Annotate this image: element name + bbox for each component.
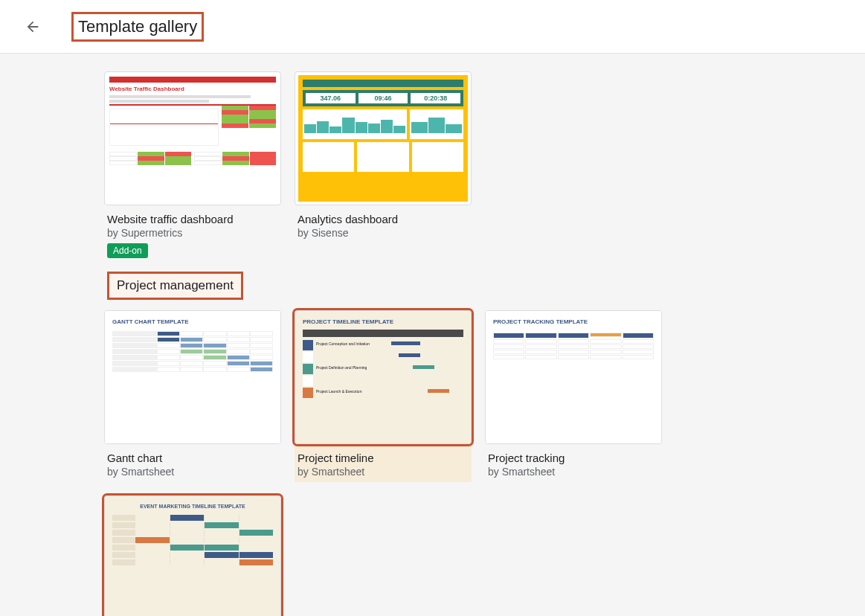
template-title: Gantt chart (104, 452, 281, 464)
page-title: Template gallery (71, 12, 204, 42)
template-row-dashboards: Website Traffic Dashboard (104, 71, 761, 258)
content-area: Website Traffic Dashboard (0, 54, 865, 616)
arrow-left-icon (25, 19, 41, 35)
template-row-project-management: GANTT CHART TEMPLATE Gantt chart by Smar… (104, 310, 761, 616)
back-button[interactable] (18, 12, 48, 42)
template-card-analytics-dashboard[interactable]: 347.06 09:46 0:20:38 (295, 71, 472, 258)
template-card-project-tracking[interactable]: PROJECT TRACKING TEMPLATE Project tracki… (485, 310, 662, 482)
template-card-gantt-chart[interactable]: GANTT CHART TEMPLATE Gantt chart by Smar… (104, 310, 281, 482)
template-byline: by Smartsheet (485, 466, 662, 478)
template-byline: by Smartsheet (104, 466, 281, 478)
template-title: Website traffic dashboard (104, 213, 281, 225)
template-title: Project timeline (295, 452, 472, 464)
template-thumbnail: PROJECT TIMELINE TEMPLATE Project Concep… (295, 310, 472, 444)
template-thumbnail: 347.06 09:46 0:20:38 (295, 71, 472, 205)
template-thumbnail: Website Traffic Dashboard (104, 71, 281, 205)
template-card-event-marketing-timeline[interactable]: EVENT MARKETING TIMELINE TEMPLATE Event … (104, 495, 281, 616)
header: Template gallery (0, 0, 865, 54)
template-byline: by Sisense (295, 227, 472, 239)
section-heading-project-management: Project management (107, 272, 243, 300)
template-byline: by Smartsheet (295, 466, 472, 478)
template-thumbnail: GANTT CHART TEMPLATE (104, 310, 281, 444)
template-title: Analytics dashboard (295, 213, 472, 225)
template-thumbnail: PROJECT TRACKING TEMPLATE (485, 310, 662, 444)
template-card-website-traffic[interactable]: Website Traffic Dashboard (104, 71, 281, 258)
template-byline: by Supermetrics (104, 227, 281, 239)
template-title: Project tracking (485, 452, 662, 464)
template-card-project-timeline[interactable]: PROJECT TIMELINE TEMPLATE Project Concep… (295, 310, 472, 482)
template-thumbnail: EVENT MARKETING TIMELINE TEMPLATE (104, 495, 281, 616)
addon-badge: Add-on (107, 243, 148, 258)
